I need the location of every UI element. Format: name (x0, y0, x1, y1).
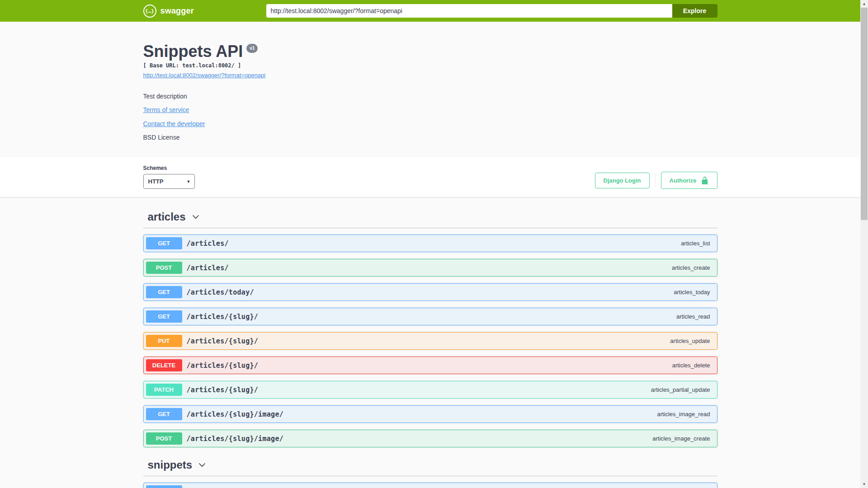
operation-row[interactable]: GET /articles/{slug}/image/ articles_ima… (143, 405, 717, 423)
operation-path: /articles/ (187, 264, 229, 272)
schemes-block: Schemes HTTP ▼ (143, 165, 195, 189)
scheme-select[interactable]: HTTP (143, 174, 195, 189)
operation-id: articles_image_create (652, 435, 714, 442)
operation-id: articles_create (672, 264, 715, 271)
explore-button[interactable]: Explore (672, 4, 717, 18)
operation-path: /articles/{slug}/ (187, 386, 259, 394)
operation-row[interactable]: POST /articles/ articles_create (143, 259, 717, 277)
swagger-page: {…} swagger Explore Snippets APIv1 [ Bas… (0, 0, 860, 488)
http-method-badge: PUT (146, 335, 182, 347)
unlocked-padlock-icon (701, 176, 709, 184)
scroll-down-icon[interactable]: ▼ (860, 480, 868, 488)
operation-id: articles_update (670, 338, 714, 344)
http-method-badge: GET (146, 310, 182, 323)
operation-row[interactable]: GET /articles/ articles_list (143, 235, 717, 252)
section-header[interactable]: articles (143, 206, 717, 228)
auth-wrapper: Django Login Authorize (595, 172, 717, 189)
spec-link[interactable]: http://test.local:8002/swagger/?format=o… (143, 72, 266, 79)
chevron-down-icon[interactable] (198, 460, 207, 469)
vertical-scrollbar[interactable]: ▲ ▼ (860, 0, 868, 488)
divider (655, 173, 656, 188)
operation-id: articles_read (676, 313, 714, 320)
http-method-badge: GET (146, 408, 182, 420)
http-method-badge: POST (146, 262, 182, 274)
operation-id: articles_today (674, 289, 714, 296)
operation-list: GET /snippets/ snippets_list (143, 483, 717, 488)
operation-path: /articles/{slug}/ (187, 337, 259, 345)
api-title-text: Snippets API (143, 42, 243, 61)
base-url: [ Base URL: test.local:8002/ ] (143, 62, 717, 69)
api-section: snippets GET /snippets/ snippets_list (143, 454, 717, 488)
swagger-logo: {…} swagger (143, 5, 194, 18)
http-method-badge: POST (146, 432, 182, 445)
spec-url-input[interactable] (266, 4, 672, 18)
topbar: {…} swagger Explore (0, 0, 860, 22)
operation-list: GET /articles/ articles_list POST /artic… (143, 235, 717, 447)
http-method-badge: PATCH (146, 384, 182, 396)
authorize-button[interactable]: Authorize (661, 172, 717, 189)
schemes-label: Schemes (143, 165, 195, 171)
django-login-button[interactable]: Django Login (595, 173, 650, 188)
api-sections: articles GET /articles/ articles_list PO… (143, 197, 717, 488)
operation-id: articles_image_read (657, 411, 714, 418)
operation-row[interactable]: PATCH /articles/{slug}/ articles_partial… (143, 381, 717, 399)
django-login-label: Django Login (604, 177, 641, 184)
operation-path: /articles/{slug}/image/ (187, 435, 284, 443)
terms-of-service-link[interactable]: Terms of service (143, 106, 189, 114)
operation-row[interactable]: GET /articles/today/ articles_today (143, 283, 717, 301)
page-title: Snippets APIv1 (143, 42, 717, 61)
contact-developer-link[interactable]: Contact the developer (143, 120, 205, 128)
chevron-down-icon[interactable] (191, 212, 200, 221)
version-badge: v1 (246, 44, 258, 53)
http-method-badge: GET (146, 237, 182, 249)
scrollbar-thumb[interactable] (861, 8, 868, 220)
http-method-badge: GET (146, 286, 182, 298)
section-title: articles (148, 211, 186, 223)
operation-path: /articles/{slug}/ (187, 313, 259, 321)
swagger-logo-icon: {…} (143, 5, 156, 18)
scheme-container: Schemes HTTP ▼ Django Login Authorize (0, 157, 860, 197)
operation-row[interactable]: POST /articles/{slug}/image/ articles_im… (143, 430, 717, 447)
http-method-badge: GET (146, 485, 182, 488)
operation-path: /articles/today/ (187, 288, 254, 296)
api-description: Test description (143, 93, 717, 100)
operation-row[interactable]: GET /articles/{slug}/ articles_read (143, 308, 717, 325)
operation-id: articles_delete (672, 362, 715, 369)
info-section: Snippets APIv1 [ Base URL: test.local:80… (143, 22, 717, 157)
explore-form: Explore (266, 4, 717, 18)
operation-id: articles_list (681, 240, 714, 247)
operation-path: /articles/{slug}/ (187, 361, 259, 370)
swagger-logo-text: swagger (160, 6, 194, 16)
api-section: articles GET /articles/ articles_list PO… (143, 206, 717, 447)
operation-id: articles_partial_update (651, 386, 715, 393)
operation-row[interactable]: GET /snippets/ snippets_list (143, 483, 717, 488)
http-method-badge: DELETE (146, 359, 182, 371)
operation-path: /articles/ (187, 239, 229, 248)
scroll-up-icon[interactable]: ▲ (860, 0, 868, 8)
operation-row[interactable]: DELETE /articles/{slug}/ articles_delete (143, 357, 717, 374)
operation-row[interactable]: PUT /articles/{slug}/ articles_update (143, 332, 717, 350)
authorize-label: Authorize (670, 177, 697, 184)
section-header[interactable]: snippets (143, 454, 717, 476)
section-title: snippets (148, 459, 193, 471)
license-text: BSD License (143, 134, 717, 141)
operation-path: /articles/{slug}/image/ (187, 410, 284, 418)
api-title-group: Snippets APIv1 [ Base URL: test.local:80… (143, 42, 717, 79)
